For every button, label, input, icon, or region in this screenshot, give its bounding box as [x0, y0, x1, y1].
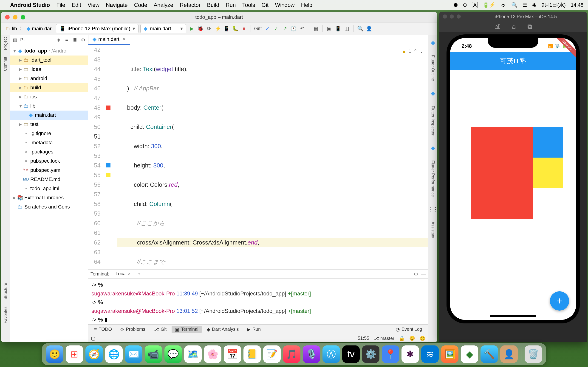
assistant-tool[interactable]: Assistant [431, 222, 435, 238]
calendar-icon[interactable]: 📅 [224, 345, 241, 363]
messages-icon[interactable]: 💬 [164, 345, 182, 363]
dropbox-icon[interactable]: ⬢ [453, 2, 458, 8]
menu-analyze[interactable]: Analyze [154, 2, 173, 8]
coverage-button[interactable]: ⟳ [206, 25, 212, 32]
vscode-icon[interactable]: ≋ [421, 345, 439, 363]
maximize-icon[interactable] [457, 15, 461, 19]
gear-icon[interactable]: ⚙ [80, 37, 86, 43]
safari-icon[interactable]: 🧭 [86, 345, 103, 363]
home-icon[interactable]: ⌂ [512, 23, 516, 30]
battery-icon[interactable]: 🔋⚡ [483, 2, 495, 8]
project-tree[interactable]: ▾◆todo_app ~/Androi ▸🗀.dart_tool ▸🗀.idea… [10, 45, 88, 342]
flutter-icon[interactable]: ◆ [431, 40, 435, 46]
device-screen[interactable]: DEBUG 2:48 📶 📡 🔋 可茂IT塾 [450, 38, 576, 320]
screenshot-icon[interactable]: ⌂⃞ [494, 23, 501, 30]
gear-icon[interactable]: ⚙ [414, 271, 418, 277]
appletv-icon[interactable]: tv [342, 345, 360, 363]
structure-tool[interactable]: Structure [3, 283, 8, 300]
git-tool[interactable]: ⎇ Git [150, 326, 170, 333]
flutter-outline-tool[interactable]: Flutter Outline [431, 55, 435, 81]
status-icon[interactable]: ▢ [91, 336, 95, 341]
history-icon[interactable]: 🕑 [290, 25, 297, 32]
facetime-icon[interactable]: 📹 [145, 345, 162, 363]
maps-icon[interactable]: 🗺️ [184, 345, 202, 363]
chevron-up-icon[interactable]: ⌃ [414, 46, 417, 56]
floating-action-button[interactable]: + [550, 291, 569, 311]
terminal-tab[interactable]: Local × [112, 270, 134, 278]
inspection-widget[interactable]: ▲ 1 ⌃ ⌄ [402, 46, 424, 56]
run-button[interactable]: ▶ [188, 25, 195, 32]
git-pull-icon[interactable]: ↙ [264, 25, 271, 32]
menu-build[interactable]: Build [207, 2, 219, 8]
finder-icon[interactable]: 🙂 [46, 345, 63, 363]
flutter-performance-tool[interactable]: Flutter Performance [431, 160, 435, 197]
android-studio-icon[interactable]: ◆ [461, 345, 478, 363]
menubar-time[interactable]: 14:48 [571, 2, 583, 8]
assistant-icon[interactable]: ⋮⋮ [427, 206, 438, 212]
avatar-icon[interactable]: 👤 [500, 345, 518, 363]
emoji-sad-icon[interactable]: ☹️ [420, 336, 425, 341]
maximize-icon[interactable] [21, 15, 25, 19]
device-icon[interactable]: 📱 [335, 25, 342, 32]
wifi-icon[interactable] [500, 3, 506, 7]
sdk-icon[interactable]: ▣ [326, 25, 333, 32]
layout-icon[interactable]: ◫ [343, 25, 350, 32]
cursor-position[interactable]: 51:55 [358, 336, 369, 341]
menu-file[interactable]: File [56, 2, 65, 8]
play-icon[interactable]: ⊙ [463, 2, 467, 8]
event-log-tool[interactable]: ◔ Event Log [393, 326, 425, 333]
expand-icon[interactable]: ≡ [64, 37, 69, 42]
problems-tool[interactable]: ⊘ Problems [117, 326, 148, 333]
menu-help[interactable]: Help [301, 2, 312, 8]
podcasts-icon[interactable]: 🎙️ [303, 345, 320, 363]
locate-icon[interactable]: ⊕ [55, 37, 61, 43]
chrome-icon[interactable]: 🌐 [105, 345, 123, 363]
new-terminal-button[interactable]: + [135, 270, 144, 278]
minimize-icon[interactable]: — [421, 271, 426, 277]
slack-icon[interactable]: ✱ [401, 345, 419, 363]
avd-icon[interactable]: ▦ [312, 25, 319, 32]
minimize-icon[interactable] [13, 15, 17, 19]
ide-titlebar[interactable]: todo_app – main.dart [1, 12, 437, 23]
terminal-output[interactable]: -> % sugawarakensuke@MacBook-Pro 11:39:4… [88, 279, 428, 324]
music-icon[interactable]: 🎵 [283, 345, 300, 363]
todo-tool[interactable]: ≡ TODO [91, 326, 115, 333]
menu-code[interactable]: Code [134, 2, 147, 8]
spotlight-icon[interactable]: 🔍 [511, 2, 518, 8]
favorites-tool[interactable]: Favorites [3, 307, 8, 323]
control-center-icon[interactable]: ☰ [523, 2, 527, 8]
flutter-icon[interactable]: ◆ [431, 90, 435, 97]
menu-navigate[interactable]: Navigate [106, 2, 128, 8]
project-view-icon[interactable]: ▤ [12, 37, 18, 43]
launchpad-icon[interactable]: ⊞ [66, 345, 83, 363]
settings-icon[interactable]: ⚙️ [362, 345, 380, 363]
menubar-app-name[interactable]: Android Studio [10, 2, 50, 8]
breadcrumb[interactable]: 🗀 lib 〉 ◆ main.dar [3, 24, 54, 33]
menu-window[interactable]: Window [275, 2, 294, 8]
menu-git[interactable]: Git [262, 2, 269, 8]
hot-reload-button[interactable]: ⚡ [214, 25, 221, 32]
copy-icon[interactable]: ⧉ [527, 23, 532, 31]
notes-icon[interactable]: 📝 [263, 345, 281, 363]
line-gutter[interactable]: 4243444546474849505152535455565758596061… [88, 45, 104, 269]
lock-icon[interactable]: 🔒 [399, 336, 405, 341]
settings-icon[interactable]: 👤 [366, 25, 372, 32]
attach-button[interactable]: 📱 [223, 25, 230, 32]
terminal-tool[interactable]: ▣ Terminal [172, 326, 202, 333]
home-indicator[interactable] [490, 315, 536, 317]
device-selector[interactable]: 📱 iPhone 12 Pro Max (mobile) ▾ [56, 24, 139, 33]
close-icon[interactable] [443, 15, 447, 19]
editor-tab[interactable]: ◆ main.dart × [88, 35, 130, 45]
image-icon[interactable]: 🖼️ [441, 345, 458, 363]
appstore-icon[interactable]: Ⓐ [322, 345, 340, 363]
stop-button[interactable]: ■ [241, 25, 247, 32]
menubar-date[interactable]: 9月1日(水) [542, 2, 566, 8]
flutter-inspector-tool[interactable]: Flutter Inspector [431, 106, 435, 135]
menu-refactor[interactable]: Refactor [180, 2, 200, 8]
code-editor[interactable]: ▲ 1 ⌃ ⌄ title: Text(widget.title), ), //… [112, 45, 428, 269]
minimize-icon[interactable] [450, 15, 454, 19]
debug-button[interactable]: 🐞 [197, 25, 204, 32]
git-commit-icon[interactable]: ✓ [273, 25, 279, 32]
mail-icon[interactable]: ✉️ [125, 345, 142, 363]
menu-run[interactable]: Run [226, 2, 236, 8]
